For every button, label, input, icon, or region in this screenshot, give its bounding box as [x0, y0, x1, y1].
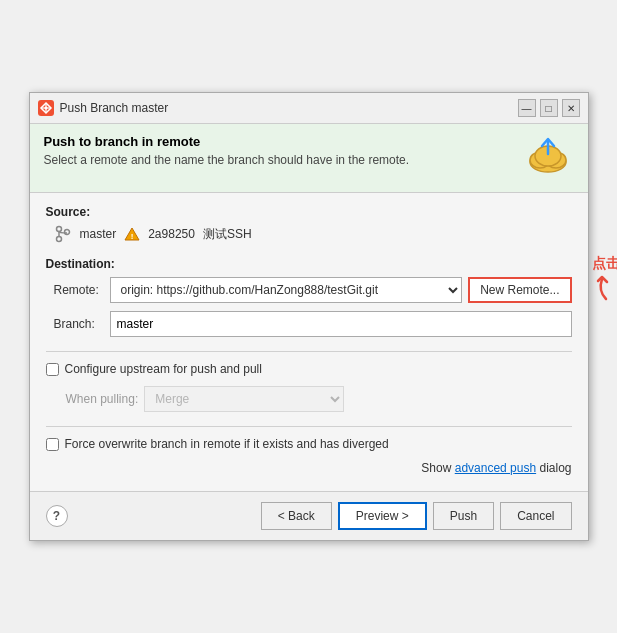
force-overwrite-label: Force overwrite branch in remote if it e…: [65, 437, 389, 451]
title-bar-title: Push Branch master: [60, 101, 169, 115]
destination-section: Remote: origin: https://github.com/HanZo…: [46, 277, 572, 337]
maximize-button[interactable]: □: [540, 99, 558, 117]
title-bar: Push Branch master — □ ✕: [30, 93, 588, 124]
configure-upstream-row: Configure upstream for push and pull: [46, 362, 572, 376]
cloud-upload-icon: [522, 134, 574, 182]
source-row: master ! 2a98250 测试SSH: [54, 225, 572, 243]
advanced-push-link[interactable]: advanced push: [455, 461, 536, 475]
branch-row: Branch:: [54, 311, 572, 337]
when-pulling-row: When pulling: Merge: [66, 386, 572, 412]
divider-1: [46, 351, 572, 352]
advanced-push-row: Show advanced push dialog: [46, 461, 572, 475]
git-icon: [38, 100, 54, 116]
annotation-arrow-icon: [594, 273, 618, 301]
advanced-push-prefix: Show: [421, 461, 454, 475]
header-icon-area: [522, 134, 574, 182]
destination-label: Destination:: [46, 257, 572, 271]
advanced-push-suffix: dialog: [536, 461, 571, 475]
remote-select[interactable]: origin: https://github.com/HanZong888/te…: [110, 277, 463, 303]
warning-icon: !: [124, 226, 140, 242]
new-remote-button[interactable]: New Remote...: [468, 277, 571, 303]
source-remote-name: 测试SSH: [203, 226, 252, 243]
back-button[interactable]: < Back: [261, 502, 332, 530]
preview-button[interactable]: Preview >: [338, 502, 427, 530]
title-bar-left: Push Branch master: [38, 100, 169, 116]
svg-point-9: [56, 227, 61, 232]
svg-text:!: !: [131, 232, 134, 241]
footer: ? < Back Preview > Push Cancel: [30, 491, 588, 540]
minimize-button[interactable]: —: [518, 99, 536, 117]
configure-upstream-checkbox[interactable]: [46, 363, 59, 376]
force-overwrite-checkbox[interactable]: [46, 438, 59, 451]
configure-upstream-label: Configure upstream for push and pull: [65, 362, 262, 376]
remote-row: Remote: origin: https://github.com/HanZo…: [54, 277, 572, 303]
push-button[interactable]: Push: [433, 502, 494, 530]
branch-input[interactable]: [110, 311, 572, 337]
remote-field-label: Remote:: [54, 283, 104, 297]
new-remote-wrapper: New Remote...: [468, 277, 571, 303]
title-bar-controls: — □ ✕: [518, 99, 580, 117]
divider-2: [46, 426, 572, 427]
source-branch: master: [80, 227, 117, 241]
main-window: Push Branch master — □ ✕ Push to branch …: [29, 92, 589, 541]
footer-right: < Back Preview > Push Cancel: [261, 502, 572, 530]
remote-select-wrapper: origin: https://github.com/HanZong888/te…: [110, 277, 572, 303]
annotation-text: 点击: [592, 255, 618, 273]
cancel-button[interactable]: Cancel: [500, 502, 571, 530]
header-text-area: Push to branch in remote Select a remote…: [44, 134, 512, 167]
help-button[interactable]: ?: [46, 505, 68, 527]
header-banner: Push to branch in remote Select a remote…: [30, 124, 588, 193]
annotation-area: 点击: [592, 255, 618, 301]
header-subtitle: Select a remote and the name the branch …: [44, 153, 512, 167]
svg-point-10: [56, 237, 61, 242]
footer-left: ?: [46, 505, 68, 527]
close-button[interactable]: ✕: [562, 99, 580, 117]
force-overwrite-row: Force overwrite branch in remote if it e…: [46, 437, 572, 451]
when-pulling-select: Merge: [144, 386, 344, 412]
header-title: Push to branch in remote: [44, 134, 512, 149]
content-area: Source: master ! 2a98250 测试SSH Destinati…: [30, 193, 588, 491]
source-hash: 2a98250: [148, 227, 195, 241]
source-label: Source:: [46, 205, 572, 219]
branch-field-label: Branch:: [54, 317, 104, 331]
when-pulling-label: When pulling:: [66, 392, 139, 406]
branch-icon: [54, 225, 72, 243]
